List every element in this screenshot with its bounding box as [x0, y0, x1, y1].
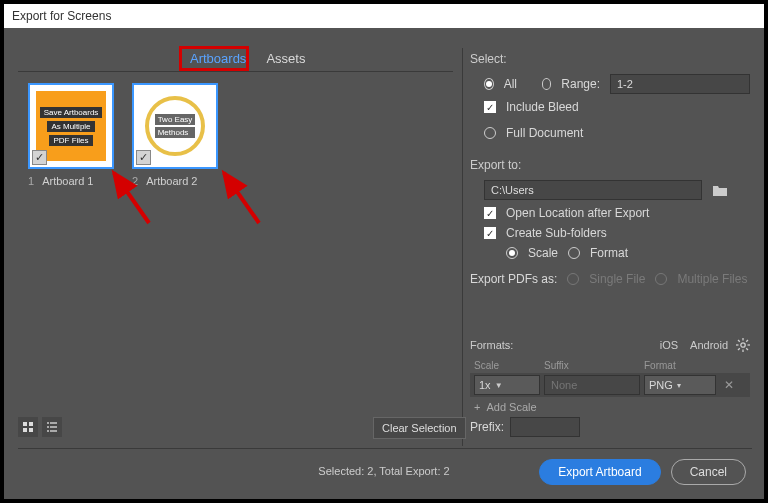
tab-divider — [18, 71, 453, 72]
radio-format[interactable] — [568, 247, 580, 259]
radio-format-label: Format — [590, 246, 628, 260]
create-subfolders-label: Create Sub-folders — [506, 226, 607, 240]
artboard-grid: Save Artboards As Multiple PDF Files ✓ 1… — [28, 83, 218, 187]
svg-rect-19 — [50, 426, 57, 428]
svg-line-8 — [738, 340, 740, 342]
artboard-index: 1 — [28, 175, 34, 187]
create-subfolders-checkbox[interactable]: ✓ — [484, 227, 496, 239]
radio-all-label: All — [504, 77, 517, 91]
remove-row-icon[interactable]: ✕ — [724, 378, 734, 392]
single-file-label: Single File — [589, 272, 645, 286]
grid-view-icon[interactable] — [18, 417, 38, 437]
svg-point-3 — [741, 343, 745, 347]
chevron-down-icon: ▼ — [495, 381, 503, 390]
view-toggle — [18, 417, 62, 437]
artboard-1-checkbox[interactable]: ✓ — [32, 150, 47, 165]
multiple-files-label: Multiple Files — [677, 272, 747, 286]
vertical-divider — [462, 48, 463, 446]
tab-assets[interactable]: Assets — [256, 48, 315, 69]
export-for-screens-dialog: Export for Screens Artboards Assets Save… — [3, 3, 765, 500]
formats-label: Formats: — [470, 339, 513, 351]
list-view-icon[interactable] — [42, 417, 62, 437]
radio-single-file — [567, 273, 579, 285]
radio-scale-label: Scale — [528, 246, 558, 260]
svg-line-2 — [224, 173, 259, 223]
title-bar: Export for Screens — [4, 4, 764, 28]
artboard-index: 2 — [132, 175, 138, 187]
include-bleed-checkbox[interactable]: ✓ — [484, 101, 496, 113]
artboard-name: Artboard 2 — [146, 175, 197, 187]
svg-line-9 — [746, 348, 748, 350]
select-label: Select: — [470, 52, 750, 66]
radio-range-label: Range: — [561, 77, 600, 91]
formats-table: Scale Suffix Format 1x▼ PNG▾ ✕ + Add Sca… — [470, 360, 750, 413]
svg-rect-14 — [23, 428, 27, 432]
col-scale: Scale — [474, 360, 544, 371]
col-format: Format — [644, 360, 746, 371]
svg-rect-13 — [29, 422, 33, 426]
artboard-item[interactable]: Two Easy Methods ✓ 2 Artboard 2 — [132, 83, 218, 187]
tab-strip: Artboards Assets — [180, 48, 315, 69]
open-location-label: Open Location after Export — [506, 206, 649, 220]
col-suffix: Suffix — [544, 360, 644, 371]
prefix-label: Prefix: — [470, 420, 504, 434]
plus-icon: + — [474, 401, 480, 413]
export-pdfs-label: Export PDFs as: — [470, 272, 557, 286]
full-document-label: Full Document — [506, 126, 583, 140]
svg-rect-12 — [23, 422, 27, 426]
open-location-checkbox[interactable]: ✓ — [484, 207, 496, 219]
folder-icon[interactable] — [712, 183, 728, 197]
android-preset-button[interactable]: Android — [690, 339, 728, 351]
tab-artboards[interactable]: Artboards — [180, 48, 256, 69]
cancel-button[interactable]: Cancel — [671, 459, 746, 485]
export-artboard-button[interactable]: Export Artboard — [539, 459, 660, 485]
svg-line-10 — [746, 340, 748, 342]
ios-preset-button[interactable]: iOS — [660, 339, 678, 351]
svg-line-11 — [738, 348, 740, 350]
export-to-label: Export to: — [470, 158, 750, 172]
include-bleed-label: Include Bleed — [506, 100, 579, 114]
formats-header: Formats: iOS Android — [470, 338, 750, 352]
artboard-2-checkbox[interactable]: ✓ — [136, 150, 151, 165]
radio-range[interactable] — [542, 78, 552, 90]
export-path-input[interactable] — [484, 180, 702, 200]
artboard-thumb-2[interactable]: Two Easy Methods ✓ — [132, 83, 218, 169]
svg-rect-17 — [50, 422, 57, 424]
radio-all[interactable] — [484, 78, 494, 90]
bottom-divider — [18, 448, 752, 449]
clear-selection-button[interactable]: Clear Selection — [373, 417, 466, 439]
radio-full-document[interactable] — [484, 127, 496, 139]
prefix-input[interactable] — [510, 417, 580, 437]
dialog-buttons: Export Artboard Cancel — [539, 459, 746, 485]
prefix-row: Prefix: — [470, 417, 580, 437]
svg-rect-18 — [47, 426, 49, 428]
right-panel: Select: All Range: ✓ Include Bleed Full … — [470, 52, 750, 292]
artboard-item[interactable]: Save Artboards As Multiple PDF Files ✓ 1… — [28, 83, 114, 187]
radio-scale[interactable] — [506, 247, 518, 259]
format-row: 1x▼ PNG▾ ✕ — [470, 373, 750, 397]
scale-dropdown[interactable]: 1x▼ — [474, 375, 540, 395]
chevron-down-icon: ▾ — [677, 381, 681, 390]
radio-multiple-files — [655, 273, 667, 285]
svg-rect-20 — [47, 430, 49, 432]
window-title: Export for Screens — [12, 9, 111, 23]
svg-rect-16 — [47, 422, 49, 424]
gear-icon[interactable] — [736, 338, 750, 352]
svg-rect-15 — [29, 428, 33, 432]
svg-rect-21 — [50, 430, 57, 432]
artboard-thumb-1[interactable]: Save Artboards As Multiple PDF Files ✓ — [28, 83, 114, 169]
format-dropdown[interactable]: PNG▾ — [644, 375, 716, 395]
suffix-input[interactable] — [544, 375, 640, 395]
add-scale-button[interactable]: + Add Scale — [470, 401, 750, 413]
annotation-arrow-icon — [219, 168, 269, 228]
artboard-name: Artboard 1 — [42, 175, 93, 187]
range-input[interactable] — [610, 74, 750, 94]
